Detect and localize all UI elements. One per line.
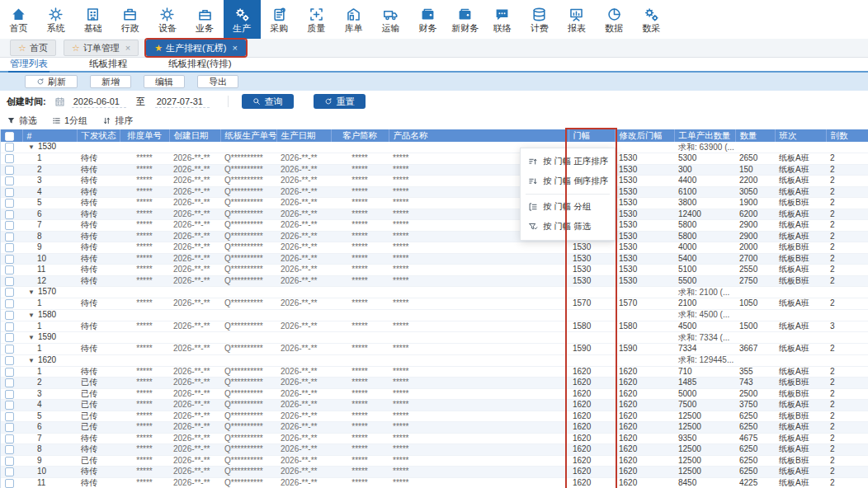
nav-item-data[interactable]: 数据: [596, 0, 633, 39]
subtab-board-schedule[interactable]: 纸板排程: [87, 58, 129, 71]
row-checkbox[interactable]: [5, 265, 14, 274]
row-checkbox[interactable]: [5, 356, 14, 365]
row-checkbox[interactable]: [5, 445, 14, 454]
menu-item-sort-asc[interactable]: 按 门幅 正序排序: [521, 152, 615, 171]
subtab-board-schedule-pending[interactable]: 纸板排程(待排): [167, 58, 234, 71]
nav-item-admin[interactable]: 行政: [111, 0, 149, 39]
row-checkbox[interactable]: [5, 368, 14, 377]
table-row[interactable]: 3待传*****2026-**-**Q**********2026-**-***…: [1, 176, 868, 187]
table-row[interactable]: 4已传*****2026-**-**Q**********2026-**-***…: [1, 400, 868, 411]
close-icon[interactable]: ×: [125, 43, 130, 53]
refresh-button[interactable]: 刷新: [25, 75, 78, 88]
add-button[interactable]: 新增: [90, 75, 131, 88]
table-row[interactable]: 10待传*****2026-**-**Q**********2026-**-**…: [1, 467, 868, 478]
group-row-1580[interactable]: ▼1580求和: 4500 (...: [1, 309, 868, 321]
table-row[interactable]: 5待传*****2026-**-**Q**********2026-**-***…: [1, 198, 868, 209]
menu-item-sort-desc[interactable]: 按 门幅 倒序排序: [521, 171, 615, 191]
nav-item-report[interactable]: 报表: [558, 0, 595, 39]
row-checkbox[interactable]: [5, 434, 14, 443]
nav-item-business[interactable]: 业务: [186, 0, 223, 39]
nav-item-basic[interactable]: 基础: [74, 0, 111, 39]
nav-item-new-finance[interactable]: 新财务: [446, 0, 484, 39]
row-checkbox[interactable]: [5, 401, 14, 410]
nav-item-quality[interactable]: 质量: [298, 0, 335, 39]
edit-button[interactable]: 编辑: [144, 75, 185, 88]
col-header-sched[interactable]: 排度单号: [120, 129, 169, 142]
date-from-input[interactable]: 2026-06-01: [72, 96, 126, 108]
col-header-select[interactable]: [1, 129, 22, 142]
row-checkbox[interactable]: [5, 188, 14, 197]
table-row[interactable]: 3已传*****2026-**-**Q**********2026-**-***…: [1, 388, 868, 400]
table-row[interactable]: 1待传*****2026-**-**Q**********2026-**-***…: [1, 366, 868, 378]
group-row-1530[interactable]: ▼1530求和: 63900 (...: [1, 142, 868, 153]
col-header-status[interactable]: 下发状态: [77, 129, 120, 142]
nav-item-production[interactable]: 生产: [224, 0, 261, 39]
caret-down-icon[interactable]: ▼: [28, 143, 35, 151]
col-header-index[interactable]: #: [22, 129, 77, 142]
group-row-1620[interactable]: ▼1620求和: 129445...: [1, 354, 868, 366]
tab-home[interactable]: ☆首页: [10, 40, 56, 56]
group-row-1570[interactable]: ▼1570求和: 2100 (...: [1, 287, 868, 298]
row-checkbox[interactable]: [5, 423, 14, 432]
col-header-shift[interactable]: 班次: [775, 129, 826, 142]
row-checkbox[interactable]: [5, 255, 14, 264]
table-row[interactable]: 9已传*****2026-**-**Q**********2026-**-***…: [1, 455, 868, 467]
col-header-prod_date[interactable]: 生产日期: [276, 129, 331, 142]
row-checkbox[interactable]: [5, 479, 14, 488]
table-row[interactable]: 7待传*****2026-**-**Q**********2026-**-***…: [1, 220, 868, 232]
row-checkbox[interactable]: [5, 378, 14, 387]
col-header-product[interactable]: 产品名称: [389, 129, 568, 142]
nav-item-procurement[interactable]: 采购: [261, 0, 298, 39]
col-header-created[interactable]: 创建日期: [169, 129, 220, 142]
table-row[interactable]: 12待传*****2026-**-**Q**********2026-**-**…: [1, 275, 868, 287]
row-checkbox[interactable]: [5, 390, 14, 399]
row-checkbox[interactable]: [5, 232, 14, 242]
nav-item-finance[interactable]: 财务: [409, 0, 446, 39]
export-button[interactable]: 导出: [197, 75, 238, 88]
table-row[interactable]: 8待传*****2026-**-**Q**********2026-**-***…: [1, 231, 868, 242]
nav-item-contact[interactable]: 联络: [484, 0, 521, 39]
subtab-management-list[interactable]: 管理列表: [8, 58, 50, 71]
table-row[interactable]: 1待传*****2026-**-**Q**********2026-**-***…: [1, 321, 868, 332]
caret-down-icon[interactable]: ▼: [28, 289, 35, 296]
nav-item-equipment[interactable]: 设备: [149, 0, 186, 39]
calendar-icon[interactable]: [54, 96, 65, 107]
table-row[interactable]: 11待传*****2026-**-**Q**********2026-**-**…: [1, 265, 868, 276]
row-checkbox[interactable]: [5, 221, 14, 230]
table-row[interactable]: 1待传*****2026-**-**Q**********2026-**-***…: [1, 298, 868, 310]
table-row[interactable]: 9待传*****2026-**-**Q**********2026-**-***…: [1, 242, 868, 254]
table-row[interactable]: 5已传*****2026-**-**Q**********2026-**-***…: [1, 411, 868, 422]
nav-item-transport[interactable]: 运输: [372, 0, 409, 39]
tab-order-mgmt[interactable]: ☆订单管理×: [64, 40, 139, 56]
group-row-1590[interactable]: ▼1590求和: 7334 (...: [1, 332, 868, 344]
row-checkbox[interactable]: [5, 166, 14, 175]
select-all-checkbox[interactable]: [5, 132, 14, 141]
table-row[interactable]: 1待传*****2026-**-**Q**********2026-**-***…: [1, 153, 868, 165]
tab-production-schedule[interactable]: ★生产排程(瓦楞)×: [146, 40, 246, 56]
table-row[interactable]: 2待传*****2026-**-**Q**********2026-**-***…: [1, 164, 868, 176]
caret-down-icon[interactable]: ▼: [28, 334, 35, 341]
row-checkbox[interactable]: [5, 154, 14, 163]
menu-item-group-by[interactable]: 按 门幅 分组: [521, 197, 615, 217]
row-checkbox[interactable]: [5, 345, 14, 354]
col-header-width[interactable]: 门幅: [568, 129, 615, 142]
filter-bar-filter[interactable]: 筛选: [7, 115, 37, 127]
row-checkbox[interactable]: [5, 412, 14, 421]
nav-item-data-collect[interactable]: 数采: [633, 0, 670, 39]
close-icon[interactable]: ×: [232, 43, 237, 53]
nav-item-home[interactable]: 首页: [0, 0, 37, 39]
col-header-qty[interactable]: 数量: [735, 129, 775, 142]
col-header-board_no[interactable]: 纸板生产单号: [220, 129, 276, 142]
query-button[interactable]: 查询: [242, 94, 294, 109]
table-row[interactable]: 6待传*****2026-**-**Q**********2026-**-***…: [1, 209, 868, 220]
menu-item-filter-by[interactable]: 按 门幅 筛选: [521, 217, 615, 237]
reset-button[interactable]: 重置: [314, 94, 366, 109]
col-header-customer[interactable]: 客户简称: [331, 129, 389, 142]
date-to-input[interactable]: 2027-07-31: [155, 96, 210, 108]
nav-item-billing[interactable]: 计费: [521, 0, 558, 39]
row-checkbox[interactable]: [5, 311, 14, 320]
table-row[interactable]: 1待传*****2026-**-**Q**********2026-**-***…: [1, 344, 868, 355]
row-checkbox[interactable]: [5, 288, 14, 297]
filter-bar-sort[interactable]: 排序: [102, 115, 133, 127]
table-row[interactable]: 6已传*****2026-**-**Q**********2026-**-***…: [1, 422, 868, 434]
